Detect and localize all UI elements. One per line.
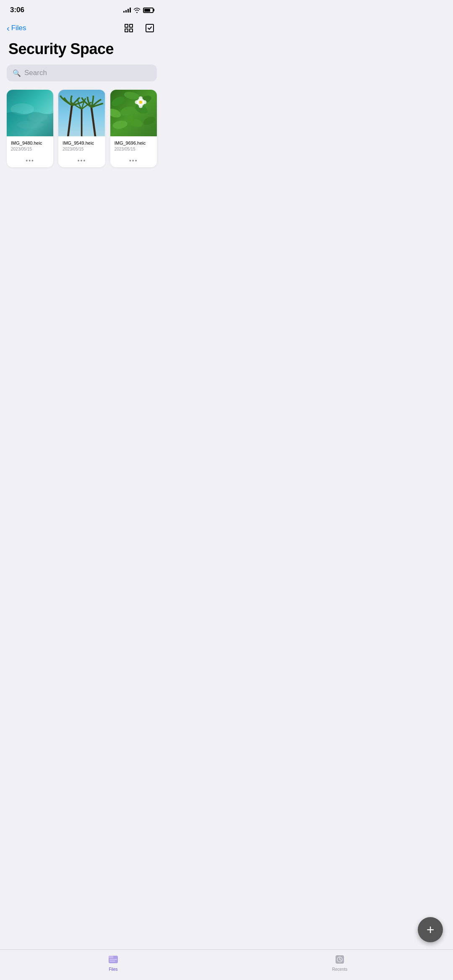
svg-point-29	[139, 101, 142, 104]
back-button[interactable]: ‹ Files	[7, 24, 26, 32]
file-thumbnail-2	[58, 90, 105, 136]
file-date-1: 2023/05/15	[11, 147, 49, 151]
search-input[interactable]	[24, 69, 151, 77]
file-date-3: 2023/05/15	[115, 147, 153, 151]
svg-rect-3	[130, 29, 133, 32]
svg-rect-4	[146, 24, 154, 32]
grid-icon	[124, 23, 134, 33]
status-time: 3:06	[10, 6, 24, 14]
file-thumbnail-1	[7, 90, 53, 136]
back-chevron-icon: ‹	[7, 24, 10, 32]
file-info-2: IMG_9549.heic 2023/05/15	[58, 136, 105, 157]
search-icon: 🔍	[13, 69, 21, 77]
file-card-3[interactable]: IMG_9696.heic 2023/05/15 •••	[110, 90, 157, 167]
svg-point-25	[138, 96, 142, 100]
page-title: Security Space	[8, 40, 155, 58]
search-bar[interactable]: 🔍	[7, 65, 157, 81]
status-icons	[123, 8, 154, 13]
page-title-section: Security Space	[0, 39, 164, 65]
svg-point-26	[143, 100, 146, 104]
file-more-button-1[interactable]: •••	[7, 157, 53, 167]
file-info-3: IMG_9696.heic 2023/05/15	[110, 136, 157, 157]
file-card-2[interactable]: IMG_9549.heic 2023/05/15 •••	[58, 90, 105, 167]
file-date-2: 2023/05/15	[62, 147, 101, 151]
file-card-1[interactable]: IMG_9480.heic 2023/05/15 •••	[7, 90, 53, 167]
select-button[interactable]	[143, 21, 157, 35]
nav-actions	[122, 21, 157, 35]
file-thumbnail-3	[110, 90, 157, 136]
nav-bar: ‹ Files	[0, 18, 164, 39]
svg-rect-0	[125, 24, 128, 27]
svg-rect-2	[125, 29, 128, 32]
status-bar: 3:06	[0, 0, 164, 18]
grid-view-button[interactable]	[122, 21, 136, 35]
file-name-1: IMG_9480.heic	[11, 140, 49, 146]
file-grid: IMG_9480.heic 2023/05/15 •••	[0, 90, 164, 167]
back-label: Files	[11, 24, 26, 32]
file-name-2: IMG_9549.heic	[62, 140, 101, 146]
file-more-button-2[interactable]: •••	[58, 157, 105, 167]
search-container: 🔍	[0, 65, 164, 90]
file-info-1: IMG_9480.heic 2023/05/15	[7, 136, 53, 157]
checkmark-square-icon	[145, 23, 155, 33]
wifi-icon	[133, 8, 141, 13]
battery-icon	[143, 8, 154, 13]
file-more-button-3[interactable]: •••	[110, 157, 157, 167]
svg-point-27	[138, 104, 142, 108]
svg-rect-1	[130, 24, 133, 27]
signal-icon	[123, 8, 131, 13]
file-name-3: IMG_9696.heic	[115, 140, 153, 146]
svg-point-28	[135, 100, 138, 104]
